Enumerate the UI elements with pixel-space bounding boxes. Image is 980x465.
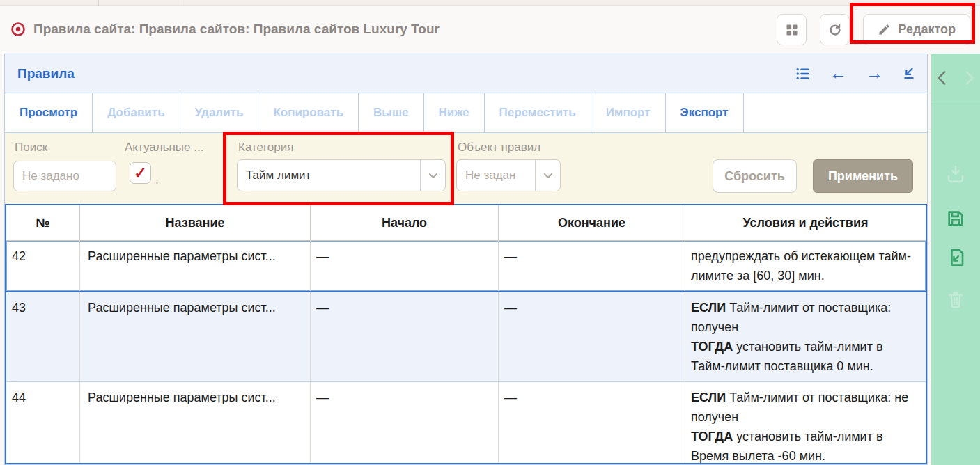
export-document-icon[interactable] — [945, 247, 966, 268]
table-row[interactable]: 44Расширенные параметры сист...——ЕСЛИ Та… — [6, 382, 926, 464]
column-header: Название — [80, 205, 311, 240]
chevron-right-icon — [960, 68, 978, 88]
screen: Правила сайта: Правила сайтов: Правила с… — [0, 0, 980, 465]
toolbar-button[interactable]: Просмотр — [5, 93, 93, 132]
check-icon: ✓ — [134, 166, 146, 181]
category-select[interactable]: Тайм лимит — [237, 159, 446, 191]
toolbar-button: Переместить — [485, 93, 591, 132]
search-input[interactable] — [13, 161, 116, 191]
rule-object-select[interactable]: Не задан — [456, 159, 561, 191]
tray-download-icon — [945, 164, 966, 184]
rule-name: Расширенные параметры сист... — [80, 241, 311, 291]
chevron-left-icon[interactable] — [933, 68, 951, 88]
actual-suffix: . — [155, 173, 159, 187]
rule-object-select-value: Не задан — [457, 160, 535, 191]
editor-button-label: Редактор — [898, 22, 956, 37]
filter-bar: Поиск Актуальные ... ✓ . Категория Тайм … — [5, 133, 927, 204]
editor-button[interactable]: Редактор — [863, 14, 970, 45]
arrow-right-icon[interactable]: → — [866, 65, 883, 82]
rule-end: — — [499, 382, 685, 464]
tab-divider — [180, 0, 180, 6]
rule-end: — — [499, 241, 685, 291]
rule-start: — — [311, 382, 499, 464]
arrow-left-icon[interactable]: ← — [830, 65, 847, 82]
actual-checkbox[interactable]: ✓ — [130, 162, 151, 184]
save-icon[interactable] — [945, 208, 966, 229]
column-header: Начало — [311, 205, 499, 240]
rules-toolbar: ПросмотрДобавитьУдалитьКопироватьВышеНиж… — [5, 93, 927, 133]
side-toolbar — [931, 54, 980, 465]
page-title: Правила сайта: Правила сайтов: Правила с… — [33, 22, 440, 37]
panel-title: Правила — [17, 66, 75, 81]
reset-button[interactable]: Сбросить — [713, 159, 797, 193]
toolbar-button: Выше — [359, 93, 423, 132]
pencil-icon — [878, 23, 891, 36]
rules-panel: Правила ← → ПросмотрДобавитьУдалитьКопир… — [4, 54, 928, 465]
rule-conditions: предупреждать об истекающем тайм-лимите … — [685, 241, 926, 291]
toolbar-button: Добавить — [93, 93, 180, 132]
panel-titlebar-icons: ← → — [795, 65, 927, 82]
category-label: Категория — [238, 141, 293, 155]
toolbar-button: Ниже — [424, 93, 485, 132]
rule-conditions: ЕСЛИ Тайм-лимит от поставщика: полученТО… — [685, 292, 926, 381]
panel-titlebar: Правила ← → — [5, 54, 927, 93]
app-header: Правила сайта: Правила сайтов: Правила с… — [0, 6, 980, 52]
side-nav — [931, 54, 980, 102]
refresh-button[interactable] — [820, 14, 850, 45]
table-row[interactable]: 42Расширенные параметры сист...——предупр… — [6, 241, 926, 292]
chevron-down-icon — [420, 160, 445, 191]
actual-label: Актуальные ... — [125, 141, 203, 155]
rule-object-label: Объект правил — [458, 141, 540, 155]
row-number: 44 — [6, 382, 80, 464]
tab-divider — [98, 0, 99, 6]
rule-start: — — [311, 292, 499, 381]
rule-name: Расширенные параметры сист... — [80, 292, 311, 381]
table-row[interactable]: 43Расширенные параметры сист...——ЕСЛИ Та… — [6, 292, 926, 382]
rule-name: Расширенные параметры сист... — [80, 382, 311, 464]
trash-icon — [945, 289, 966, 310]
row-number: 42 — [6, 241, 80, 291]
refresh-icon — [827, 22, 843, 38]
toolbar-button: Импорт — [591, 93, 666, 132]
category-select-value: Тайм лимит — [238, 160, 420, 191]
chevron-down-icon — [535, 160, 560, 191]
rule-conditions: ЕСЛИ Тайм-лимит от поставщика: не получе… — [685, 382, 926, 464]
column-header: Условия и действия — [685, 205, 926, 240]
grid-view-button[interactable] — [777, 14, 807, 45]
grid-icon — [785, 23, 799, 37]
dock-down-icon[interactable] — [902, 67, 916, 81]
row-number: 43 — [6, 292, 80, 381]
search-label: Поиск — [15, 141, 47, 155]
header-actions: Редактор — [777, 14, 970, 45]
list-icon[interactable] — [795, 66, 811, 81]
toolbar-button: Удалить — [180, 93, 259, 132]
table-body: 42Расширенные параметры сист...——предупр… — [6, 241, 926, 464]
browser-tab-strip — [0, 0, 980, 6]
rule-end: — — [499, 292, 685, 381]
rule-start: — — [311, 241, 499, 291]
toolbar-button[interactable]: Экспорт — [666, 93, 744, 132]
toolbar-button: Копировать — [258, 93, 359, 132]
table-header-row: №НазваниеНачалоОкончаниеУсловия и действ… — [6, 205, 926, 241]
target-icon — [10, 21, 26, 38]
column-header: Окончание — [499, 205, 685, 240]
apply-button[interactable]: Применить — [813, 159, 913, 193]
column-header: № — [6, 205, 80, 240]
rules-table: №НазваниеНачалоОкончаниеУсловия и действ… — [5, 204, 927, 464]
